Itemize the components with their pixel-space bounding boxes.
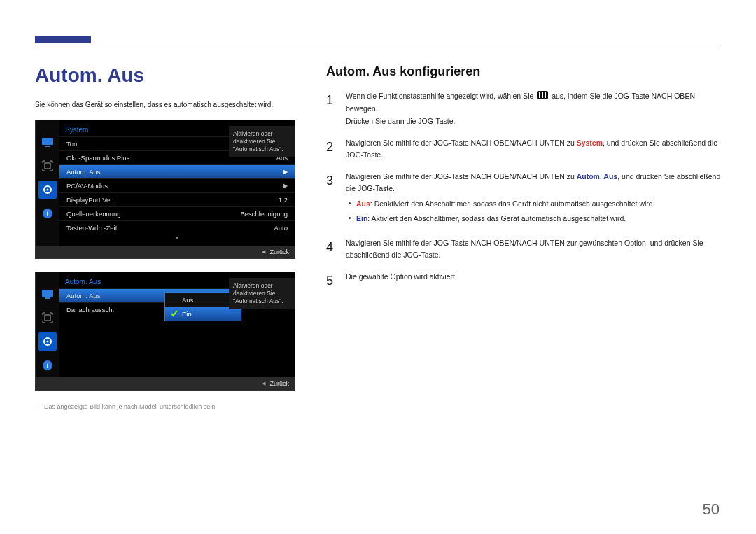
left-column: Autom. Aus Sie können das Gerät so einst…	[35, 64, 301, 410]
svg-rect-8	[46, 297, 50, 299]
gear-icon	[38, 332, 57, 351]
chevron-left-icon: ◀	[262, 249, 265, 255]
svg-text:i: i	[47, 362, 49, 370]
svg-text:i: i	[47, 210, 49, 218]
page-title: Autom. Aus	[35, 64, 301, 87]
monitor-icon	[38, 133, 57, 151]
step-number: 5	[326, 271, 336, 291]
gear-icon	[38, 181, 57, 199]
footnote: ―Das angezeigte Bild kann je nach Modell…	[35, 403, 301, 410]
menu-icon	[537, 91, 548, 103]
section-heading: Autom. Aus konfigurieren	[326, 64, 721, 79]
bullet-icon	[349, 202, 351, 204]
svg-rect-16	[542, 92, 543, 98]
svg-point-11	[47, 341, 49, 343]
svg-rect-0	[42, 138, 53, 145]
info-icon: i	[38, 356, 57, 374]
page-number: 50	[703, 500, 720, 519]
osd-row: Tasten-Wdh.-ZeitAuto	[59, 220, 295, 234]
bullet-item: Ein: Aktiviert den Abschalttimer, sodass…	[349, 213, 721, 225]
monitor-icon	[38, 285, 57, 303]
osd-tooltip: Aktivieren oder deaktivieren Sie "Automa…	[229, 278, 295, 309]
svg-rect-9	[45, 315, 50, 321]
step-number: 1	[326, 90, 336, 129]
osd-sidebar: i	[36, 272, 59, 377]
svg-rect-7	[42, 290, 53, 297]
step-number: 3	[326, 171, 336, 229]
osd-row: PC/AV-Modus▶	[59, 178, 295, 192]
osd-row: DisplayPort Ver.1.2	[59, 192, 295, 206]
step-3: 3 Navigieren Sie mithilfe der JOG-Taste …	[326, 171, 721, 229]
step-number: 2	[326, 137, 336, 162]
step-4: 4 Navigieren Sie mithilfe der JOG-Taste …	[326, 237, 721, 262]
highlight-autom-aus: Autom. Aus	[577, 172, 618, 181]
horizontal-rule	[35, 45, 721, 45]
osd-screenshot-system: i System Ton▶ Öko-Sparmodus PlusAus Auto…	[35, 120, 295, 259]
document-page: Autom. Aus Sie können das Gerät so einst…	[0, 0, 756, 534]
steps-list: 1 Wenn die Funktionstastenhilfe angezeig…	[326, 90, 721, 290]
bullet-list: Aus: Deaktiviert den Abschalttimer, soda…	[349, 198, 721, 225]
osd-row: QuellenerkennungBeschleunigung	[59, 206, 295, 220]
info-icon: i	[38, 204, 57, 223]
svg-rect-15	[539, 92, 540, 98]
osd-tooltip: Aktivieren oder deaktivieren Sie "Automa…	[229, 126, 295, 157]
bullet-icon	[349, 217, 351, 219]
svg-rect-1	[46, 146, 50, 147]
chevron-left-icon: ◀	[262, 381, 265, 386]
osd-sidebar: i	[36, 120, 59, 246]
resize-icon	[38, 157, 57, 175]
resize-icon	[38, 309, 57, 327]
osd-screenshot-autom-aus: i Autom. Aus Autom. AusAus Danach aussch…	[35, 272, 295, 391]
bullet-item: Aus: Deaktiviert den Abschalttimer, soda…	[349, 198, 721, 210]
step-5: 5 Die gewählte Option wird aktiviert.	[326, 271, 721, 291]
right-column: Autom. Aus konfigurieren 1 Wenn die Funk…	[326, 64, 721, 410]
svg-point-4	[47, 189, 49, 191]
highlight-system: System	[577, 139, 603, 147]
chevron-down-icon: ▾	[59, 234, 295, 241]
svg-rect-17	[545, 92, 546, 98]
check-placeholder-icon	[171, 296, 178, 303]
osd-footer: ◀Zurück	[36, 246, 295, 258]
intro-text: Sie können das Gerät so einstellen, dass…	[35, 99, 301, 110]
osd-row-selected: Autom. Aus▶	[59, 164, 295, 178]
osd-footer: ◀Zurück	[36, 377, 295, 390]
check-icon	[171, 310, 178, 317]
step-2: 2 Navigieren Sie mithilfe der JOG-Taste …	[326, 137, 721, 162]
accent-bar	[35, 36, 91, 43]
step-number: 4	[326, 237, 336, 262]
svg-rect-2	[45, 163, 50, 169]
step-1: 1 Wenn die Funktionstastenhilfe angezeig…	[326, 90, 721, 129]
